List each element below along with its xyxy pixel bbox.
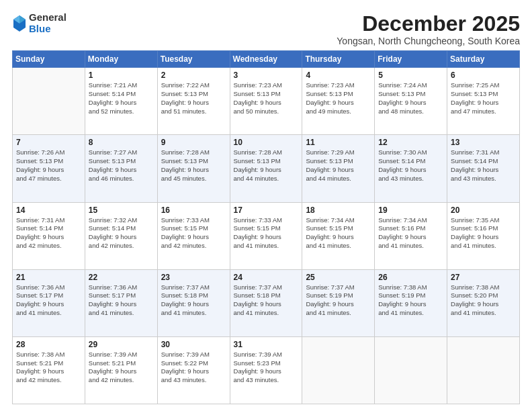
day-info: Sunrise: 7:37 AM Sunset: 5:19 PM Dayligh… <box>306 283 371 318</box>
table-row: 19Sunrise: 7:34 AM Sunset: 5:16 PM Dayli… <box>375 202 447 269</box>
header: General Blue December 2025 Yongsan, Nort… <box>12 12 520 46</box>
day-number: 14 <box>16 205 81 215</box>
day-number: 29 <box>89 340 154 349</box>
day-info: Sunrise: 7:33 AM Sunset: 5:15 PM Dayligh… <box>161 216 226 250</box>
day-info: Sunrise: 7:38 AM Sunset: 5:20 PM Dayligh… <box>451 283 516 318</box>
day-info: Sunrise: 7:24 AM Sunset: 5:13 PM Dayligh… <box>378 81 443 116</box>
table-row: 5Sunrise: 7:24 AM Sunset: 5:13 PM Daylig… <box>375 68 447 135</box>
day-number: 26 <box>378 273 443 282</box>
table-row: 26Sunrise: 7:38 AM Sunset: 5:19 PM Dayli… <box>375 269 447 336</box>
day-info: Sunrise: 7:30 AM Sunset: 5:14 PM Dayligh… <box>378 148 443 183</box>
day-number: 9 <box>161 138 226 147</box>
table-row: 15Sunrise: 7:32 AM Sunset: 5:14 PM Dayli… <box>85 202 157 269</box>
title-block: December 2025 Yongsan, North Chungcheong… <box>337 12 520 46</box>
col-sunday: Sunday <box>13 51 85 68</box>
day-info: Sunrise: 7:31 AM Sunset: 5:14 PM Dayligh… <box>451 148 516 183</box>
col-saturday: Saturday <box>447 51 520 68</box>
page: General Blue December 2025 Yongsan, Nort… <box>0 0 532 411</box>
table-row: 28Sunrise: 7:38 AM Sunset: 5:21 PM Dayli… <box>13 336 85 404</box>
day-info: Sunrise: 7:36 AM Sunset: 5:17 PM Dayligh… <box>16 283 81 318</box>
table-row: 3Sunrise: 7:23 AM Sunset: 5:13 PM Daylig… <box>230 68 302 135</box>
day-number: 15 <box>89 205 154 215</box>
table-row: 24Sunrise: 7:37 AM Sunset: 5:18 PM Dayli… <box>230 269 302 336</box>
logo-text: General Blue <box>29 12 66 34</box>
day-info: Sunrise: 7:22 AM Sunset: 5:13 PM Dayligh… <box>161 81 226 116</box>
day-info: Sunrise: 7:25 AM Sunset: 5:13 PM Dayligh… <box>451 81 516 116</box>
day-info: Sunrise: 7:38 AM Sunset: 5:21 PM Dayligh… <box>16 351 81 385</box>
day-info: Sunrise: 7:37 AM Sunset: 5:18 PM Dayligh… <box>161 283 226 318</box>
table-row: 25Sunrise: 7:37 AM Sunset: 5:19 PM Dayli… <box>302 269 375 336</box>
day-number: 19 <box>378 205 443 215</box>
calendar-week-row: 14Sunrise: 7:31 AM Sunset: 5:14 PM Dayli… <box>13 202 520 269</box>
location-subtitle: Yongsan, North Chungcheong, South Korea <box>337 36 520 46</box>
day-number: 24 <box>234 273 299 282</box>
col-tuesday: Tuesday <box>157 51 230 68</box>
calendar-week-row: 1Sunrise: 7:21 AM Sunset: 5:14 PM Daylig… <box>13 68 520 135</box>
day-number: 20 <box>451 205 516 215</box>
table-row: 18Sunrise: 7:34 AM Sunset: 5:15 PM Dayli… <box>302 202 375 269</box>
calendar-week-row: 7Sunrise: 7:26 AM Sunset: 5:13 PM Daylig… <box>13 135 520 202</box>
day-info: Sunrise: 7:26 AM Sunset: 5:13 PM Dayligh… <box>16 148 81 183</box>
day-number: 31 <box>234 340 299 349</box>
table-row: 11Sunrise: 7:29 AM Sunset: 5:13 PM Dayli… <box>302 135 375 202</box>
logo-icon <box>12 14 27 33</box>
table-row: 2Sunrise: 7:22 AM Sunset: 5:13 PM Daylig… <box>157 68 230 135</box>
table-row <box>447 336 520 404</box>
day-number: 21 <box>16 273 81 282</box>
table-row: 31Sunrise: 7:39 AM Sunset: 5:23 PM Dayli… <box>230 336 302 404</box>
day-info: Sunrise: 7:39 AM Sunset: 5:23 PM Dayligh… <box>234 351 299 385</box>
table-row: 1Sunrise: 7:21 AM Sunset: 5:14 PM Daylig… <box>85 68 157 135</box>
table-row: 9Sunrise: 7:28 AM Sunset: 5:13 PM Daylig… <box>157 135 230 202</box>
day-info: Sunrise: 7:38 AM Sunset: 5:19 PM Dayligh… <box>378 283 443 318</box>
day-number: 12 <box>378 138 443 147</box>
day-number: 17 <box>234 205 299 215</box>
col-friday: Friday <box>375 51 447 68</box>
table-row <box>302 336 375 404</box>
day-info: Sunrise: 7:21 AM Sunset: 5:14 PM Dayligh… <box>89 81 154 116</box>
table-row: 27Sunrise: 7:38 AM Sunset: 5:20 PM Dayli… <box>447 269 520 336</box>
day-number: 13 <box>451 138 516 147</box>
day-number: 2 <box>161 71 226 80</box>
day-number: 1 <box>89 71 154 80</box>
day-info: Sunrise: 7:32 AM Sunset: 5:14 PM Dayligh… <box>89 216 154 250</box>
day-number: 10 <box>234 138 299 147</box>
table-row: 29Sunrise: 7:39 AM Sunset: 5:21 PM Dayli… <box>85 336 157 404</box>
logo-general: General <box>29 12 66 24</box>
day-number: 18 <box>306 205 371 215</box>
day-info: Sunrise: 7:23 AM Sunset: 5:13 PM Dayligh… <box>234 81 299 116</box>
day-info: Sunrise: 7:39 AM Sunset: 5:21 PM Dayligh… <box>89 351 154 385</box>
table-row: 4Sunrise: 7:23 AM Sunset: 5:13 PM Daylig… <box>302 68 375 135</box>
table-row: 22Sunrise: 7:36 AM Sunset: 5:17 PM Dayli… <box>85 269 157 336</box>
day-number: 5 <box>378 71 443 80</box>
day-info: Sunrise: 7:23 AM Sunset: 5:13 PM Dayligh… <box>306 81 371 116</box>
table-row: 10Sunrise: 7:28 AM Sunset: 5:13 PM Dayli… <box>230 135 302 202</box>
day-info: Sunrise: 7:33 AM Sunset: 5:15 PM Dayligh… <box>234 216 299 250</box>
table-row: 7Sunrise: 7:26 AM Sunset: 5:13 PM Daylig… <box>13 135 85 202</box>
month-title: December 2025 <box>337 12 520 36</box>
logo-blue: Blue <box>29 24 66 35</box>
day-number: 23 <box>161 273 226 282</box>
logo: General Blue <box>12 12 66 34</box>
table-row: 13Sunrise: 7:31 AM Sunset: 5:14 PM Dayli… <box>447 135 520 202</box>
table-row: 23Sunrise: 7:37 AM Sunset: 5:18 PM Dayli… <box>157 269 230 336</box>
day-info: Sunrise: 7:34 AM Sunset: 5:16 PM Dayligh… <box>378 216 443 250</box>
day-info: Sunrise: 7:29 AM Sunset: 5:13 PM Dayligh… <box>306 148 371 183</box>
table-row: 14Sunrise: 7:31 AM Sunset: 5:14 PM Dayli… <box>13 202 85 269</box>
day-number: 7 <box>16 138 81 147</box>
col-monday: Monday <box>85 51 157 68</box>
day-number: 22 <box>89 273 154 282</box>
day-info: Sunrise: 7:28 AM Sunset: 5:13 PM Dayligh… <box>234 148 299 183</box>
calendar-header-row: Sunday Monday Tuesday Wednesday Thursday… <box>13 51 520 68</box>
table-row: 12Sunrise: 7:30 AM Sunset: 5:14 PM Dayli… <box>375 135 447 202</box>
table-row: 20Sunrise: 7:35 AM Sunset: 5:16 PM Dayli… <box>447 202 520 269</box>
table-row: 6Sunrise: 7:25 AM Sunset: 5:13 PM Daylig… <box>447 68 520 135</box>
day-number: 3 <box>234 71 299 80</box>
col-thursday: Thursday <box>302 51 375 68</box>
table-row: 30Sunrise: 7:39 AM Sunset: 5:22 PM Dayli… <box>157 336 230 404</box>
table-row <box>13 68 85 135</box>
day-number: 30 <box>161 340 226 349</box>
calendar-table: Sunday Monday Tuesday Wednesday Thursday… <box>12 50 520 404</box>
table-row: 17Sunrise: 7:33 AM Sunset: 5:15 PM Dayli… <box>230 202 302 269</box>
day-info: Sunrise: 7:31 AM Sunset: 5:14 PM Dayligh… <box>16 216 81 250</box>
day-number: 8 <box>89 138 154 147</box>
